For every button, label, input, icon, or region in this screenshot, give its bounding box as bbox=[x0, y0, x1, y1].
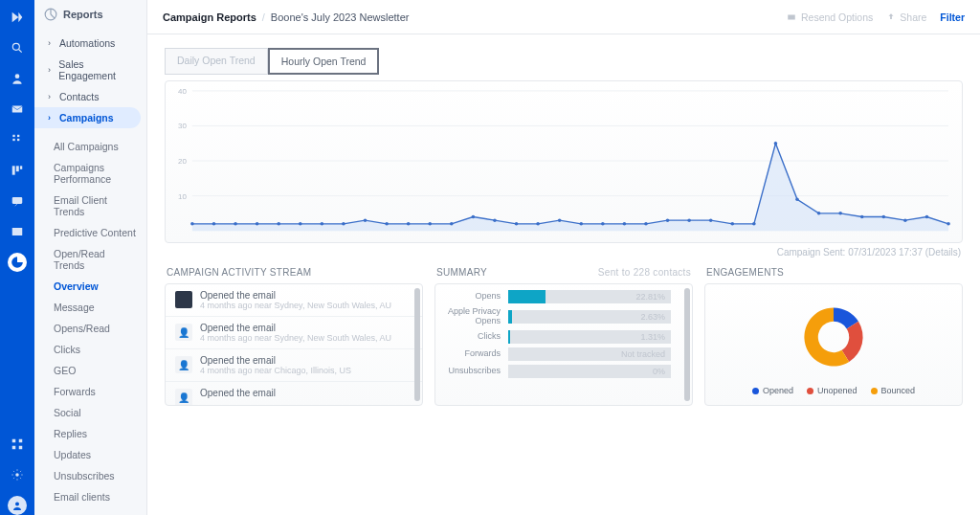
deals-icon[interactable] bbox=[8, 161, 27, 180]
avatar: 👤 bbox=[175, 389, 192, 406]
org-icon[interactable] bbox=[8, 130, 27, 149]
svg-point-41 bbox=[493, 218, 497, 222]
svg-point-42 bbox=[515, 222, 519, 226]
summary-row: Clicks1.31% bbox=[443, 330, 671, 344]
summary-row: Unsubscribes0% bbox=[443, 365, 671, 378]
svg-point-35 bbox=[364, 218, 368, 222]
scrollbar[interactable] bbox=[684, 288, 690, 401]
svg-point-48 bbox=[644, 222, 648, 226]
svg-rect-5 bbox=[17, 135, 19, 137]
svg-text:10: 10 bbox=[178, 192, 187, 201]
site-icon[interactable] bbox=[8, 222, 27, 241]
nav-sub-all-campaigns[interactable]: All Campaigns bbox=[34, 136, 146, 157]
tab-daily-open-trend[interactable]: Daily Open Trend bbox=[165, 48, 268, 75]
svg-point-52 bbox=[730, 222, 734, 226]
svg-point-32 bbox=[299, 222, 302, 226]
svg-point-54 bbox=[774, 142, 778, 146]
activity-item[interactable]: 👤Opened the email4 months ago near Chica… bbox=[166, 349, 422, 382]
svg-text:20: 20 bbox=[178, 157, 187, 166]
settings-icon[interactable] bbox=[8, 465, 27, 484]
svg-point-1 bbox=[15, 74, 20, 78]
nav-campaigns[interactable]: ›Campaigns bbox=[34, 107, 141, 128]
nav-sub-replies[interactable]: Replies bbox=[34, 423, 146, 444]
svg-rect-11 bbox=[12, 228, 23, 235]
activity-stream: Opened the email4 months ago near Sydney… bbox=[165, 283, 423, 406]
legend-item: Opened bbox=[752, 386, 793, 395]
campaign-sent-note[interactable]: Campaign Sent: 07/31/2023 17:37 (Details… bbox=[167, 247, 961, 258]
svg-point-45 bbox=[579, 222, 583, 226]
svg-point-31 bbox=[277, 222, 280, 226]
summary-subtitle: Sent to 228 contacts bbox=[598, 267, 691, 278]
nav-sub-updates[interactable]: Updates bbox=[34, 444, 146, 465]
nav-sub-social[interactable]: Social bbox=[34, 402, 146, 423]
filter-button[interactable]: Filter bbox=[940, 11, 965, 23]
header: Campaign Reports / Boone's July 2023 New… bbox=[147, 0, 980, 34]
svg-point-51 bbox=[709, 218, 713, 222]
chat-icon[interactable] bbox=[8, 191, 27, 211]
engagements-title: ENGAGEMENTS bbox=[706, 267, 784, 278]
resend-options[interactable]: Resend Options bbox=[786, 11, 873, 23]
nav-sub-opens-read[interactable]: Opens/Read bbox=[34, 318, 146, 339]
nav-sub-forwards[interactable]: Forwards bbox=[34, 381, 146, 402]
share-button[interactable]: Share bbox=[886, 11, 926, 23]
svg-point-28 bbox=[212, 222, 216, 226]
summary-card: Opens22.81%Apple Privacy Opens2.63%Click… bbox=[434, 283, 693, 406]
breadcrumb-section[interactable]: Campaign Reports bbox=[163, 11, 256, 23]
nav-sub-open-read-trends[interactable]: Open/Read Trends bbox=[34, 243, 146, 276]
svg-rect-2 bbox=[12, 106, 23, 113]
svg-point-57 bbox=[838, 212, 842, 215]
nav-sub-email-clients[interactable]: Email clients bbox=[34, 486, 146, 507]
tab-hourly-open-trend[interactable]: Hourly Open Trend bbox=[268, 48, 380, 75]
svg-point-0 bbox=[12, 43, 19, 50]
mail-icon[interactable] bbox=[8, 100, 27, 119]
apps-icon[interactable] bbox=[8, 435, 27, 454]
svg-point-61 bbox=[925, 215, 929, 219]
nav-sub-geo[interactable]: GEO bbox=[34, 360, 146, 381]
svg-rect-13 bbox=[19, 439, 23, 443]
activity-item[interactable]: 👤Opened the email4 months ago near Sydne… bbox=[166, 317, 422, 349]
contacts-icon[interactable] bbox=[8, 69, 27, 88]
nav-sub-predictive-content[interactable]: Predictive Content bbox=[34, 222, 146, 243]
avatar: 👤 bbox=[175, 356, 192, 373]
nav-automations[interactable]: ›Automations bbox=[34, 33, 146, 54]
svg-point-46 bbox=[601, 222, 605, 226]
search-icon[interactable] bbox=[8, 38, 27, 57]
activity-item[interactable]: Opened the email4 months ago near Sydney… bbox=[166, 284, 422, 317]
summary-row: ForwardsNot tracked bbox=[443, 347, 671, 361]
nav-sub-unsubscribes[interactable]: Unsubscribes bbox=[34, 465, 146, 486]
nav-contacts[interactable]: ›Contacts bbox=[34, 86, 146, 107]
svg-point-17 bbox=[15, 503, 19, 506]
svg-point-60 bbox=[903, 218, 907, 222]
svg-point-50 bbox=[687, 218, 691, 222]
trend-chart: 10203040 bbox=[165, 80, 963, 243]
nav-sales-engagement[interactable]: ›Sales Engagement bbox=[34, 54, 146, 86]
svg-rect-12 bbox=[12, 439, 16, 443]
nav-sub-overview[interactable]: Overview bbox=[34, 276, 146, 297]
svg-rect-4 bbox=[12, 139, 14, 141]
nav-sub-campaigns-performance[interactable]: Campaigns Performance bbox=[34, 157, 146, 190]
scrollbar[interactable] bbox=[414, 288, 420, 401]
activity-item[interactable]: 👤Opened the email bbox=[166, 382, 422, 406]
avatar-icon[interactable] bbox=[8, 496, 27, 515]
activity-title: CAMPAIGN ACTIVITY STREAM bbox=[167, 267, 311, 278]
svg-point-34 bbox=[342, 222, 345, 226]
sidebar: Reports ›Automations›Sales Engagement›Co… bbox=[34, 0, 147, 515]
svg-point-29 bbox=[234, 222, 237, 226]
svg-rect-15 bbox=[19, 446, 23, 450]
svg-rect-3 bbox=[12, 135, 14, 137]
engagements-card: OpenedUnopenedBounced bbox=[704, 283, 963, 406]
sidebar-title: Reports bbox=[34, 0, 146, 29]
legend-item: Unopened bbox=[807, 386, 858, 395]
svg-point-44 bbox=[558, 218, 562, 222]
nav-sub-email-client-trends[interactable]: Email Client Trends bbox=[34, 190, 146, 222]
nav-sub-message[interactable]: Message bbox=[34, 297, 146, 318]
nav-sub-clicks[interactable]: Clicks bbox=[34, 339, 146, 360]
summary-title: SUMMARY bbox=[436, 267, 487, 278]
reports-icon[interactable] bbox=[8, 253, 27, 272]
svg-rect-10 bbox=[12, 197, 23, 204]
svg-point-49 bbox=[666, 218, 670, 222]
svg-point-56 bbox=[817, 212, 821, 215]
svg-rect-18 bbox=[788, 14, 795, 19]
breadcrumb: Campaign Reports / Boone's July 2023 New… bbox=[163, 11, 409, 23]
logo-icon[interactable] bbox=[8, 8, 27, 27]
